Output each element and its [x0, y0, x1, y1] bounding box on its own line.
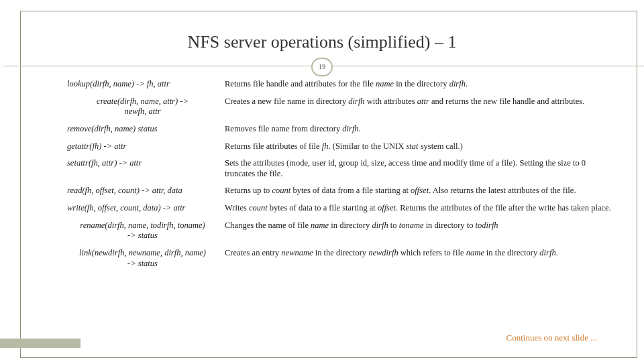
- operation-description: Changes the name of file name in directo…: [225, 221, 617, 241]
- table-row: create(dirfh, name, attr) ->newfh, attrC…: [67, 97, 617, 117]
- operation-description: Creates a new file name in directory dir…: [225, 97, 617, 117]
- table-row: read(fh, offset, count) -> attr, dataRet…: [67, 186, 617, 196]
- operation-description: Creates an entry newname in the director…: [225, 248, 617, 269]
- table-row: setattr(fh, attr) -> attrSets the attrib…: [67, 158, 617, 179]
- table-row: write(fh, offset, count, data) -> attrWr…: [67, 203, 617, 214]
- operation-signature: getattr(fh) -> attr: [67, 141, 225, 152]
- operation-signature: remove(dirfh, name) status: [67, 124, 225, 135]
- operation-signature: write(fh, offset, count, data) -> attr: [67, 203, 225, 214]
- operation-signature: read(fh, offset, count) -> attr, data: [67, 186, 225, 196]
- table-row: link(newdirfh, newname, dirfh, name)-> s…: [67, 248, 617, 269]
- slide-title: NFS server operations (simplified) – 1: [0, 32, 644, 52]
- operation-description: Returns file attributes of file fh. (Sim…: [225, 141, 617, 152]
- operation-signature: create(dirfh, name, attr) ->newfh, attr: [67, 97, 225, 117]
- operation-description: Returns file handle and attributes for t…: [225, 79, 617, 90]
- operation-signature: rename(dirfh, name, todirfh, toname)-> s…: [67, 221, 225, 241]
- operation-description: Removes file name from directory dirfh.: [225, 124, 617, 135]
- operation-description: Writes count bytes of data to a file sta…: [225, 203, 617, 214]
- operation-description: Returns up to count bytes of data from a…: [225, 186, 617, 196]
- footer-note: Continues on next slide ...: [506, 333, 597, 343]
- operation-signature: setattr(fh, attr) -> attr: [67, 158, 225, 179]
- table-row: getattr(fh) -> attrReturns file attribut…: [67, 141, 617, 152]
- table-row: remove(dirfh, name) statusRemoves file n…: [67, 124, 617, 135]
- operations-table: lookup(dirfh, name) -> fh, attrReturns f…: [67, 79, 617, 342]
- table-row: lookup(dirfh, name) -> fh, attrReturns f…: [67, 79, 617, 90]
- slide-number-wrap: 19: [0, 58, 644, 76]
- slide: NFS server operations (simplified) – 1 1…: [0, 0, 644, 362]
- table-row: rename(dirfh, name, todirfh, toname)-> s…: [67, 221, 617, 241]
- operation-signature: lookup(dirfh, name) -> fh, attr: [67, 79, 225, 90]
- operation-signature: link(newdirfh, newname, dirfh, name)-> s…: [67, 248, 225, 269]
- operation-description: Sets the attributes (mode, user id, grou…: [225, 158, 617, 179]
- slide-number: 19: [311, 58, 333, 76]
